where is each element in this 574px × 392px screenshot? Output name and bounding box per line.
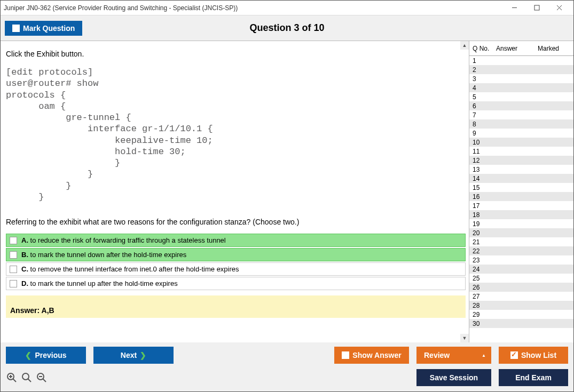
list-row[interactable]: 23 [469, 255, 573, 265]
show-list-button[interactable]: Show List [499, 347, 568, 364]
mark-question-label: Mark Question [23, 24, 75, 33]
option-checkbox-icon[interactable] [10, 237, 17, 244]
list-row[interactable]: 7 [469, 110, 573, 119]
list-row[interactable]: 22 [469, 246, 573, 255]
list-header: Q No. Answer Marked [469, 41, 573, 56]
list-row[interactable]: 19 [469, 219, 573, 228]
option-text: D. to mark the tunnel up after the hold-… [21, 279, 178, 287]
question-list-panel: Q No. Answer Marked 12345678910111213141… [469, 41, 573, 342]
list-row[interactable]: 29 [469, 310, 573, 319]
list-qno: 12 [469, 157, 496, 164]
review-label: Review [424, 351, 450, 359]
list-row[interactable]: 15 [469, 183, 573, 192]
question-prompt: Referring to the exhibit what are two re… [6, 218, 466, 226]
list-qno: 8 [469, 121, 496, 128]
options-list: A. to reduce the risk of forwarding traf… [6, 234, 466, 290]
list-qno: 28 [469, 302, 496, 309]
list-row[interactable]: 5 [469, 92, 573, 101]
show-list-checkbox-icon [510, 351, 518, 359]
list-row[interactable]: 13 [469, 165, 573, 174]
option-C[interactable]: C. to remove the tunnel interface from i… [6, 262, 466, 276]
option-checkbox-icon[interactable] [10, 266, 17, 273]
chevron-left-icon: ❮ [25, 351, 32, 359]
list-qno: 6 [469, 102, 496, 110]
question-counter: Question 3 of 10 [249, 22, 324, 34]
list-qno: 23 [469, 257, 496, 264]
scroll-down-icon[interactable]: ▼ [460, 334, 469, 342]
show-answer-label: Show Answer [352, 351, 401, 359]
end-exam-button[interactable]: End Exam [499, 369, 568, 386]
zoom-out-icon[interactable] [36, 372, 48, 383]
option-D[interactable]: D. to mark the tunnel up after the hold-… [6, 277, 466, 290]
list-row[interactable]: 17 [469, 201, 573, 210]
body: Click the Exhibit button. [edit protocol… [1, 41, 573, 342]
mark-question-button[interactable]: Mark Question [5, 21, 82, 36]
option-checkbox-icon[interactable] [10, 251, 17, 259]
question-pane: Click the Exhibit button. [edit protocol… [1, 41, 469, 342]
bottom-bar: ❮ Previous Next ❯ Show Answer Review ▲ S… [1, 342, 573, 391]
scroll-up-icon[interactable]: ▲ [460, 41, 469, 50]
list-row[interactable]: 21 [469, 237, 573, 246]
list-row[interactable]: 18 [469, 210, 573, 219]
list-row[interactable]: 27 [469, 292, 573, 301]
col-header-marked: Marked [538, 45, 573, 52]
zoom-in-icon[interactable] [21, 372, 33, 383]
list-row[interactable]: 2 [469, 65, 573, 74]
list-qno: 5 [469, 93, 496, 101]
list-row[interactable]: 11 [469, 147, 573, 156]
list-qno: 22 [469, 247, 496, 255]
option-B[interactable]: B. to mark the tunnel down after the hol… [6, 248, 466, 261]
list-row[interactable]: 12 [469, 156, 573, 165]
list-row[interactable]: 4 [469, 83, 573, 92]
col-header-answer: Answer [496, 45, 538, 52]
list-row[interactable]: 16 [469, 192, 573, 201]
option-A[interactable]: A. to reduce the risk of forwarding traf… [6, 234, 466, 247]
option-checkbox-icon[interactable] [10, 280, 17, 287]
window-title: Juniper JN0-362 (Service Provider Routin… [4, 4, 503, 12]
list-row[interactable]: 26 [469, 283, 573, 292]
list-qno: 18 [469, 211, 496, 219]
zoom-reset-icon[interactable] [6, 372, 18, 383]
list-qno: 13 [469, 166, 496, 173]
list-row[interactable]: 20 [469, 228, 573, 237]
list-row[interactable]: 28 [469, 301, 573, 310]
list-row[interactable]: 1 [469, 56, 573, 65]
titlebar: Juniper JN0-362 (Service Provider Routin… [1, 1, 573, 15]
list-row[interactable]: 3 [469, 74, 573, 83]
next-button[interactable]: Next ❯ [93, 347, 174, 364]
list-row[interactable]: 10 [469, 138, 573, 147]
app-window: Juniper JN0-362 (Service Provider Routin… [0, 0, 574, 392]
list-row[interactable]: 14 [469, 174, 573, 183]
list-row[interactable]: 6 [469, 101, 573, 110]
option-text: C. to remove the tunnel interface from i… [21, 265, 239, 273]
minimize-icon[interactable] [503, 1, 525, 15]
question-scroll[interactable]: Click the Exhibit button. [edit protocol… [1, 41, 469, 342]
close-icon[interactable] [548, 1, 570, 15]
list-body[interactable]: 1234567891011121314151617181920212223242… [469, 56, 573, 342]
list-qno: 1 [469, 57, 496, 65]
list-qno: 11 [469, 148, 496, 155]
list-qno: 21 [469, 238, 496, 246]
answer-label: Answer: [10, 306, 40, 315]
list-row[interactable]: 25 [469, 274, 573, 283]
zoom-controls [6, 372, 48, 383]
previous-button[interactable]: ❮ Previous [6, 347, 86, 364]
list-qno: 27 [469, 293, 496, 300]
svg-line-9 [28, 379, 32, 382]
list-row[interactable]: 24 [469, 265, 573, 274]
list-row[interactable]: 9 [469, 129, 573, 138]
list-qno: 2 [469, 66, 496, 74]
list-row[interactable]: 30 [469, 319, 573, 328]
list-row[interactable]: 8 [469, 119, 573, 129]
next-label: Next [121, 351, 137, 359]
end-exam-label: End Exam [515, 373, 552, 382]
chevron-up-icon: ▲ [482, 353, 486, 358]
show-answer-button[interactable]: Show Answer [334, 347, 409, 364]
list-qno: 29 [469, 311, 496, 318]
list-qno: 15 [469, 184, 496, 191]
col-header-qno: Q No. [469, 45, 496, 52]
save-session-button[interactable]: Save Session [416, 369, 491, 386]
maximize-icon[interactable] [525, 1, 548, 15]
review-button[interactable]: Review ▲ [416, 347, 491, 364]
list-qno: 9 [469, 130, 496, 137]
